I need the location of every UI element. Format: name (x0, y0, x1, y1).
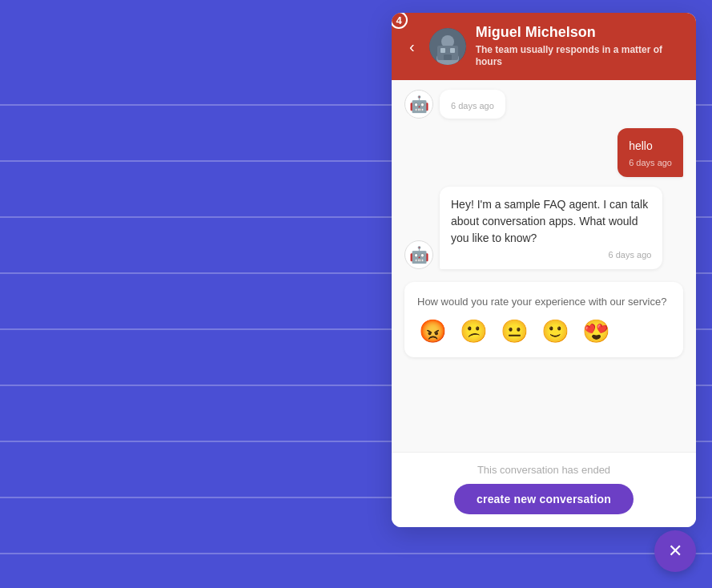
agent-avatar-wrap (429, 28, 466, 65)
agent-name: Miguel Michelson (476, 24, 683, 42)
message-text: Hey! I'm a sample FAQ agent. I can talk … (451, 196, 651, 247)
message-row-user: hello 6 days ago (404, 128, 683, 177)
emoji-love[interactable]: 😍 (581, 319, 612, 344)
emoji-sad[interactable]: 😕 (458, 319, 489, 344)
message-bubble-top: 6 days ago (440, 90, 505, 119)
svg-rect-6 (444, 54, 452, 60)
messages-area: 🤖 6 days ago hello 6 days ago 🤖 Hey! I'm… (392, 80, 696, 452)
emoji-neutral[interactable]: 😐 (499, 319, 530, 344)
emoji-angry[interactable]: 😡 (417, 319, 449, 344)
message-time: 6 days ago (451, 101, 494, 111)
bot-avatar: 🤖 (404, 90, 433, 119)
rating-section: How would you rate your experience with … (404, 282, 683, 357)
agent-status: The team usually responds in a matter of… (476, 44, 683, 69)
avatar-image (429, 28, 466, 65)
bot-avatar-2: 🤖 (404, 240, 433, 269)
rating-question: How would you rate your experience with … (417, 295, 670, 309)
message-row-bot: 🤖 Hey! I'm a sample FAQ agent. I can tal… (404, 187, 683, 269)
chat-widget: 4 ‹ (392, 13, 696, 527)
user-message-bubble: hello 6 days ago (617, 128, 683, 177)
message-row: 🤖 6 days ago (404, 90, 683, 119)
message-time: 6 days ago (451, 250, 651, 260)
emoji-happy[interactable]: 🙂 (540, 319, 571, 344)
conversation-ended-text: This conversation has ended (477, 464, 610, 476)
header-info: Miguel Michelson The team usually respon… (476, 24, 683, 69)
back-button[interactable]: ‹ (404, 35, 420, 58)
bot-message-bubble: Hey! I'm a sample FAQ agent. I can talk … (440, 187, 662, 269)
svg-rect-4 (440, 48, 445, 53)
unread-badge: 4 (392, 13, 408, 29)
message-time: 6 days ago (629, 158, 672, 167)
message-text: hello (629, 138, 672, 155)
close-button[interactable]: ✕ (654, 530, 696, 572)
rating-emojis: 😡 😕 😐 🙂 😍 (417, 319, 670, 344)
agent-avatar (429, 28, 466, 65)
chat-footer: This conversation has ended create new c… (392, 452, 696, 527)
chat-header: 4 ‹ (392, 13, 696, 80)
bg-line (0, 553, 712, 554)
avatar-svg (429, 28, 466, 65)
svg-rect-5 (450, 48, 455, 53)
create-new-conversation-button[interactable]: create new conversation (454, 484, 634, 514)
